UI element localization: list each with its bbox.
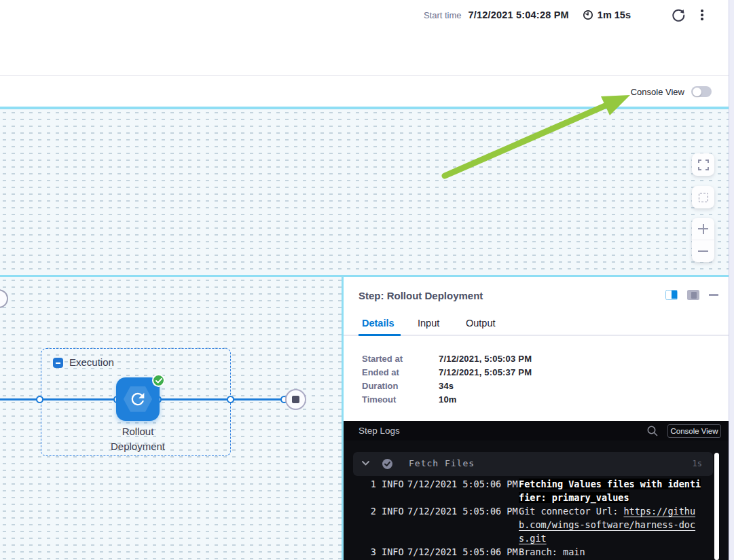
node-label-line2: Deployment	[84, 439, 192, 454]
duration-value: 1m 15s	[598, 10, 631, 20]
top-bar: Start time 7/12/2021 5:04:28 PM 1m 15s C…	[0, 0, 729, 107]
log-message: Branch: main	[519, 545, 702, 559]
toggle-knob	[693, 88, 701, 96]
execution-meta-row: Start time 7/12/2021 5:04:28 PM 1m 15s	[0, 5, 729, 24]
panel-view-icon	[691, 292, 697, 299]
stage-canvas[interactable]	[0, 109, 729, 275]
detail-row-timeout: Timeout 10m	[362, 394, 634, 408]
tab-output[interactable]: Output	[466, 318, 496, 329]
log-lines: 1 INFO 7/12/2021 5:05:06 PM Fetching Val…	[367, 477, 712, 559]
fit-to-screen-button[interactable]	[692, 186, 714, 208]
fit-to-screen-icon	[699, 193, 708, 202]
duration-group: 1m 15s	[583, 10, 631, 20]
detail-row-started: Started at 7/12/2021, 5:05:03 PM	[362, 354, 634, 367]
step-logs-title: Step Logs	[359, 426, 400, 436]
detail-value: 7/12/2021, 5:05:37 PM	[439, 367, 532, 377]
refresh-button[interactable]	[670, 7, 686, 23]
kebab-menu-button[interactable]	[696, 7, 708, 23]
start-time-label: Start time	[424, 10, 462, 20]
port-group-in	[36, 396, 43, 403]
logs-console-view-button[interactable]: Console View	[667, 424, 721, 438]
node-label: Rollout Deployment	[84, 424, 192, 454]
active-tab-underline	[359, 334, 401, 336]
logs-scrollbar[interactable]	[714, 453, 719, 560]
log-timestamp: 7/12/2021 5:05:06 PM	[403, 504, 519, 545]
detail-label: Timeout	[362, 394, 396, 405]
step-logs-section: Step Logs Console View Fetch Files	[344, 421, 729, 560]
minimize-panel-button[interactable]	[709, 294, 718, 296]
header-divider	[0, 75, 729, 76]
console-view-label: Console View	[631, 87, 684, 97]
chevron-down-icon[interactable]	[362, 461, 369, 466]
stop-square-icon	[292, 396, 299, 403]
tab-details[interactable]: Details	[362, 318, 394, 329]
log-group-name: Fetch Files	[409, 458, 475, 468]
port-group-out	[227, 396, 234, 403]
duration-clock-icon	[583, 10, 593, 20]
tab-input[interactable]: Input	[418, 318, 439, 329]
fullscreen-button[interactable]	[692, 153, 714, 176]
split-view-icon	[672, 291, 677, 299]
collapse-minus-icon	[56, 362, 60, 364]
step-details-panel: Step: Rollout Deployment Details Input O…	[342, 277, 729, 560]
zoom-pill	[692, 218, 714, 262]
start-time-value: 7/12/2021 5:04:28 PM	[469, 10, 569, 20]
detail-label: Ended at	[362, 367, 399, 377]
detail-label: Duration	[362, 381, 398, 391]
node-label-line1: Rollout	[84, 424, 192, 439]
panel-tabs: Details Input Output	[344, 318, 729, 335]
log-timestamp: 7/12/2021 5:05:06 PM	[403, 545, 519, 559]
log-message: Git connector Url:	[519, 506, 623, 517]
fullscreen-icon	[698, 160, 709, 170]
panel-view-button[interactable]	[687, 290, 699, 300]
execution-collapse-button[interactable]	[53, 358, 63, 368]
console-view-toggle[interactable]	[691, 86, 712, 97]
log-level: INFO	[376, 545, 403, 559]
search-icon[interactable]	[646, 425, 659, 437]
console-view-row: Console View	[631, 83, 729, 100]
zoom-out-icon	[698, 250, 708, 252]
log-line: 2 INFO 7/12/2021 5:05:06 PM Git connecto…	[367, 504, 712, 545]
rollout-refresh-icon	[128, 390, 147, 409]
detail-label: Started at	[362, 354, 403, 364]
success-badge	[152, 374, 165, 387]
log-line-number: 1	[367, 477, 376, 504]
split-view-button[interactable]	[665, 290, 678, 300]
zoom-out-button[interactable]	[692, 240, 714, 263]
pipeline-execution-screen: Start time 7/12/2021 5:04:28 PM 1m 15s C…	[0, 0, 734, 560]
log-line: 1 INFO 7/12/2021 5:05:06 PM Fetching Val…	[367, 477, 712, 504]
log-level: INFO	[376, 504, 403, 545]
zoom-in-button[interactable]	[692, 218, 714, 240]
page-scrollbar-gutter[interactable]	[729, 0, 734, 560]
execution-group-label: Execution	[69, 356, 114, 368]
log-message: Fetching Values files with identifier: p…	[519, 479, 701, 503]
log-group-duration: 1s	[693, 459, 702, 468]
log-timestamp: 7/12/2021 5:05:06 PM	[403, 477, 519, 504]
detail-row-duration: Duration 34s	[362, 381, 634, 394]
refresh-icon	[672, 8, 686, 22]
offscreen-node	[0, 289, 8, 308]
step-logs-body: Fetch Files 1s 1 INFO 7/12/2021 5:05:06 …	[344, 441, 729, 560]
zoom-pill-divider	[692, 240, 714, 240]
log-line-number: 2	[367, 504, 376, 545]
detail-value: 34s	[439, 381, 454, 391]
group-success-check-icon	[382, 458, 393, 470]
log-line-number: 3	[367, 545, 376, 559]
log-level: INFO	[376, 477, 403, 504]
execution-graph-canvas[interactable]: Execution Rollout Deployment	[0, 277, 342, 560]
step-logs-header: Step Logs Console View	[344, 421, 729, 441]
log-line: 3 INFO 7/12/2021 5:05:06 PM Branch: main	[367, 545, 712, 559]
detail-value: 7/12/2021, 5:05:03 PM	[439, 354, 532, 364]
detail-value: 10m	[439, 394, 457, 405]
zoom-in-icon	[698, 224, 708, 234]
success-check-icon	[155, 378, 162, 384]
tabs-divider	[344, 335, 729, 336]
log-group-fetch-files[interactable]: Fetch Files 1s	[353, 452, 713, 476]
detail-row-ended: Ended at 7/12/2021, 5:05:37 PM	[362, 367, 634, 381]
panel-title: Step: Rollout Deployment	[359, 290, 483, 301]
end-node[interactable]	[285, 389, 306, 410]
